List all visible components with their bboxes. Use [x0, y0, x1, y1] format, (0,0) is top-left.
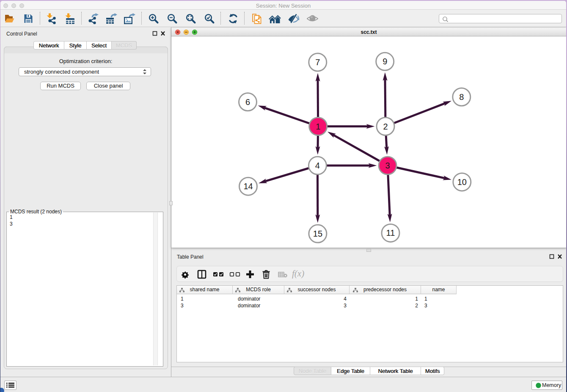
- svg-text:8: 8: [459, 92, 464, 102]
- svg-text:6: 6: [245, 97, 250, 107]
- svg-text:14: 14: [243, 182, 253, 191]
- svg-text:10: 10: [457, 177, 467, 187]
- svg-text:3: 3: [385, 161, 390, 170]
- svg-text:15: 15: [313, 229, 322, 238]
- svg-text:4: 4: [315, 161, 320, 170]
- svg-text:7: 7: [315, 58, 320, 67]
- svg-text:1: 1: [316, 122, 320, 131]
- svg-text:11: 11: [386, 228, 395, 237]
- svg-text:2: 2: [383, 122, 388, 131]
- svg-text:9: 9: [383, 57, 387, 66]
